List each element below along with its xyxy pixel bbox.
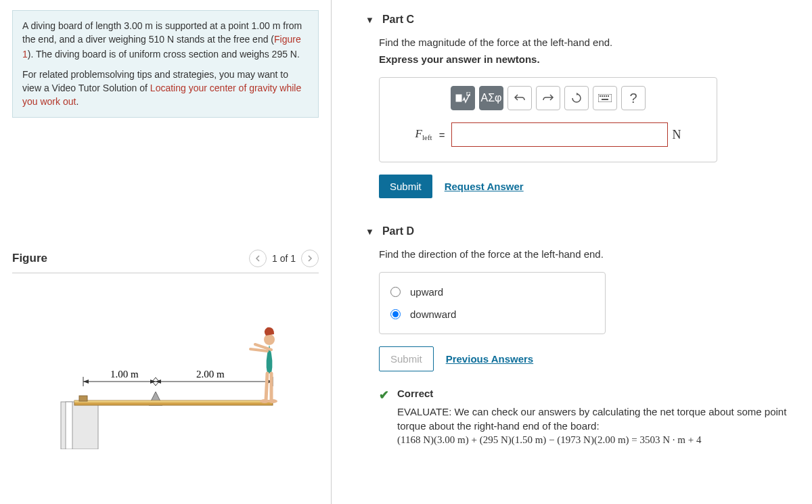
- problem-panel: A diving board of length 3.00 m is suppo…: [0, 0, 332, 504]
- feedback-box: ✔ Correct EVALUATE: We can check our ans…: [379, 386, 812, 447]
- next-figure-button[interactable]: [301, 250, 319, 267]
- choice-box: upward downward: [379, 272, 606, 334]
- svg-rect-1: [66, 402, 72, 449]
- svg-rect-20: [604, 95, 605, 97]
- text-chunk: ). The diving board is of uniform cross …: [28, 49, 300, 60]
- diver-figure: [250, 327, 277, 403]
- submit-button[interactable]: Submit: [379, 175, 432, 198]
- svg-rect-21: [606, 95, 607, 97]
- text-chunk: A diving board of length 3.00 m is suppo…: [22, 20, 302, 45]
- dim-2m: 2.00 m: [196, 369, 225, 380]
- svg-rect-16: [467, 92, 470, 95]
- radio-upward[interactable]: [390, 287, 401, 297]
- part-d-prompt: Find the direction of the force at the l…: [379, 248, 812, 260]
- part-c-title: Part C: [382, 14, 414, 26]
- prev-figure-button[interactable]: [249, 250, 267, 267]
- svg-rect-4: [79, 396, 87, 401]
- problem-text: A diving board of length 3.00 m is suppo…: [22, 19, 309, 61]
- part-d-title: Part D: [382, 225, 414, 237]
- redo-icon: [542, 93, 554, 103]
- previous-answers-link[interactable]: Previous Answers: [446, 353, 534, 365]
- figure-nav: 1 of 1: [249, 250, 319, 267]
- part-c-block: ▼ Part C Find the magnitude of the force…: [365, 14, 812, 198]
- correct-label: Correct: [397, 386, 812, 400]
- keyboard-icon: [598, 94, 612, 102]
- reset-icon: [571, 93, 582, 104]
- chevron-right-icon: [307, 255, 313, 262]
- svg-line-9: [250, 349, 267, 351]
- figure-label: Figure: [12, 252, 47, 265]
- template-icon: [455, 92, 470, 104]
- problem-statement-box: A diving board of length 3.00 m is suppo…: [12, 10, 319, 118]
- undo-button[interactable]: [508, 86, 532, 110]
- answer-panel: ▼ Part C Find the magnitude of the force…: [332, 0, 812, 504]
- request-answer-link[interactable]: Request Answer: [445, 181, 524, 192]
- figure-header: Figure 1 of 1: [12, 250, 319, 273]
- tips-text: For related problemsolving tips and stra…: [22, 68, 309, 109]
- figure-image: 1.00 m 2.00 m: [12, 273, 319, 463]
- undo-icon: [514, 93, 526, 103]
- choice-label: upward: [410, 286, 443, 298]
- evaluate-equation: (1168 N)(3.00 m) + (295 N)(1.50 m) − (19…: [397, 433, 812, 447]
- text-chunk: .: [76, 96, 78, 107]
- unit-label: N: [672, 128, 681, 142]
- collapse-caret-icon[interactable]: ▼: [365, 227, 374, 237]
- radio-downward[interactable]: [390, 309, 401, 319]
- svg-rect-19: [602, 95, 603, 97]
- collapse-caret-icon[interactable]: ▼: [365, 15, 374, 25]
- svg-rect-17: [598, 94, 612, 102]
- submit-button-disabled: Submit: [379, 346, 434, 371]
- part-c-instructions: Express your answer in newtons.: [379, 53, 812, 65]
- svg-point-13: [260, 399, 269, 403]
- equals-sign: =: [439, 129, 445, 141]
- svg-rect-18: [600, 95, 601, 97]
- choice-upward[interactable]: upward: [390, 281, 594, 303]
- choice-label: downward: [410, 308, 456, 320]
- svg-line-11: [266, 373, 267, 400]
- part-d-block: ▼ Part D Find the direction of the force…: [365, 225, 812, 447]
- svg-rect-15: [456, 95, 461, 101]
- chevron-left-icon: [254, 255, 261, 262]
- variable-label: Fleft: [415, 127, 432, 141]
- svg-point-8: [264, 334, 275, 345]
- keyboard-button[interactable]: [593, 86, 617, 110]
- svg-rect-23: [602, 99, 608, 100]
- svg-rect-3: [74, 400, 273, 403]
- dim-1m: 1.00 m: [110, 369, 139, 380]
- figure-counter: 1 of 1: [272, 253, 296, 264]
- svg-rect-22: [608, 95, 609, 97]
- greek-button[interactable]: ΑΣφ: [479, 86, 503, 110]
- formula-toolbar: ΑΣφ ?: [380, 78, 717, 122]
- svg-point-14: [268, 399, 277, 403]
- choice-downward[interactable]: downward: [390, 303, 594, 325]
- answer-entry-box: ΑΣφ ? Fleft = N: [379, 77, 717, 162]
- check-icon: ✔: [379, 388, 389, 447]
- help-button[interactable]: ?: [621, 86, 646, 110]
- redo-button[interactable]: [536, 86, 560, 110]
- diving-board-illustration: 1.00 m 2.00 m: [37, 300, 294, 449]
- answer-input[interactable]: [451, 122, 668, 147]
- part-c-prompt: Find the magnitude of the force at the l…: [379, 37, 812, 48]
- templates-button[interactable]: [451, 86, 475, 110]
- reset-button[interactable]: [564, 86, 589, 110]
- evaluate-text: EVALUATE: We can check our answers by ca…: [397, 405, 812, 433]
